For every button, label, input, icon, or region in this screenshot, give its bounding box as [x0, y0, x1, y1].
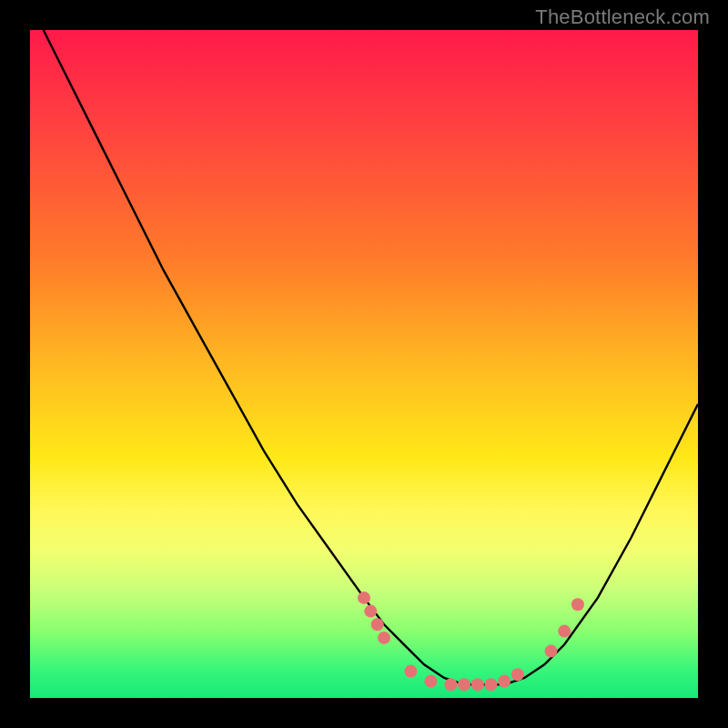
bottleneck-curve	[44, 30, 698, 684]
marker-dot	[358, 592, 370, 604]
watermark-text: TheBottleneck.com	[535, 5, 710, 29]
marker-dot	[364, 605, 377, 618]
marker-dot	[545, 645, 558, 658]
marker-dot	[424, 675, 437, 688]
marker-dots-group	[358, 592, 584, 691]
chart-svg	[30, 30, 698, 698]
marker-dot	[371, 618, 384, 631]
chart-frame: TheBottleneck.com	[0, 0, 728, 728]
marker-dot	[571, 598, 584, 611]
marker-dot	[404, 665, 417, 678]
marker-dot	[458, 678, 470, 691]
marker-dot	[485, 678, 498, 691]
marker-dot	[558, 625, 571, 638]
marker-dot	[511, 668, 524, 681]
marker-dot	[498, 675, 511, 688]
marker-dot	[471, 678, 484, 691]
marker-dot	[444, 678, 457, 691]
marker-dot	[378, 632, 390, 644]
